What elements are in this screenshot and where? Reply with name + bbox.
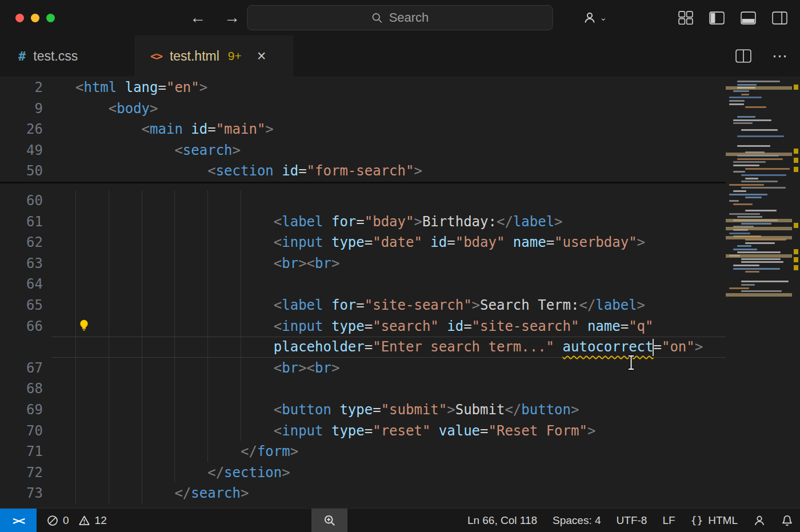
search-box[interactable]: Search [247, 5, 553, 30]
indentation-status[interactable]: Spaces: 4 [553, 514, 601, 527]
code-token: > [150, 101, 158, 117]
code-token: < [207, 163, 215, 179]
split-editor-icon[interactable] [735, 49, 751, 63]
code-line[interactable]: 62 <input type="date" id="bday" name="us… [0, 232, 726, 253]
remote-indicator[interactable]: >< [0, 509, 37, 532]
code-token [323, 318, 331, 334]
code-token: > [331, 360, 339, 376]
code-line[interactable]: 9 <body> [0, 98, 726, 119]
line-number[interactable]: 67 [0, 358, 51, 379]
code-token: > [414, 214, 422, 230]
notifications-bell-icon[interactable] [781, 514, 793, 527]
customize-layout-icon[interactable] [678, 11, 693, 25]
minimize-window-button[interactable] [31, 14, 39, 22]
code-line[interactable]: 66 <input type="search" id="site-search"… [0, 316, 726, 337]
code-token: type [331, 318, 365, 334]
code-line[interactable]: 2<html lang="en"> [0, 77, 726, 98]
minimap-line [745, 271, 759, 273]
overview-ruler-mark [794, 158, 798, 163]
accounts-menu[interactable]: ⌄ [583, 0, 607, 35]
more-actions-icon[interactable]: ⋯ [772, 47, 789, 65]
line-number[interactable]: 60 [0, 190, 51, 211]
overview-ruler-mark [794, 249, 798, 254]
line-number[interactable]: 2 [0, 77, 51, 98]
language-status[interactable]: {} HTML [691, 514, 738, 527]
cursor-position-status[interactable]: Ln 66, Col 118 [467, 514, 537, 527]
code-line[interactable]: 70 <input type="reset" value="Reset Form… [0, 421, 726, 442]
line-number[interactable]: 26 [0, 119, 51, 140]
code-token: = [356, 214, 364, 230]
code-token [75, 443, 241, 459]
code-token: > [637, 297, 645, 313]
toggle-sidebar-right-icon[interactable] [772, 11, 787, 25]
code-line[interactable]: 50 <section id="form-search"> [0, 161, 726, 182]
code-token: input [282, 423, 323, 439]
minimap-line [733, 268, 780, 270]
code-line[interactable]: 72 </section> [0, 462, 726, 483]
toggle-panel-bottom-icon[interactable] [741, 11, 756, 25]
code-line[interactable]: 61 <label for="bday">Birthday:</label> [0, 211, 726, 233]
line-number[interactable]: 61 [0, 211, 51, 233]
encoding-status[interactable]: UTF-8 [617, 514, 647, 527]
back-button[interactable]: ← [190, 9, 206, 27]
code-token: > [199, 79, 207, 95]
code-token: < [174, 142, 182, 158]
line-number[interactable]: 68 [0, 378, 51, 399]
close-tab-icon[interactable]: × [257, 49, 266, 64]
line-number[interactable]: 50 [0, 161, 51, 182]
editor[interactable]: 6061 <label for="bday">Birthday:</label>… [0, 77, 800, 508]
code-line[interactable]: 26 <main id="main"> [0, 119, 726, 140]
code-line[interactable]: 49 <search> [0, 140, 726, 161]
code-token [75, 163, 207, 179]
code-line[interactable]: 67 <br><br> [0, 358, 726, 379]
minimap-line [741, 281, 789, 282]
line-number[interactable]: 65 [0, 295, 51, 316]
code-token: "Enter search term..." [373, 339, 554, 355]
zoom-status-button[interactable] [311, 509, 347, 532]
close-window-button[interactable] [15, 14, 24, 22]
line-number[interactable] [0, 337, 51, 358]
code-token: label [513, 214, 554, 230]
line-content [51, 190, 726, 211]
line-content: <main id="main"> [51, 119, 726, 140]
line-number[interactable]: 63 [0, 253, 51, 274]
tab-test-css[interactable]: # test.css [0, 35, 135, 77]
zoom-window-button[interactable] [46, 14, 55, 22]
minimap-highlight [726, 236, 792, 239]
line-number[interactable]: 72 [0, 462, 51, 483]
lightbulb-icon[interactable] [78, 319, 90, 333]
line-number[interactable]: 49 [0, 140, 51, 161]
code-line[interactable]: 73 </search> [0, 483, 726, 504]
code-token: br [282, 360, 298, 376]
line-content [51, 378, 726, 399]
line-number[interactable]: 69 [0, 399, 51, 421]
line-number[interactable]: 64 [0, 274, 51, 295]
code-area[interactable]: 6061 <label for="bday">Birthday:</label>… [0, 190, 726, 504]
eol-status[interactable]: LF [662, 514, 675, 527]
line-number[interactable]: 9 [0, 98, 51, 119]
line-number[interactable]: 62 [0, 232, 51, 253]
forward-button[interactable]: → [224, 9, 240, 27]
minimap[interactable] [726, 77, 792, 508]
code-line[interactable]: 69 <button type="submit">Submit</button> [0, 399, 726, 421]
code-line-wrap[interactable]: placeholder="Enter search term..." autoc… [0, 337, 726, 358]
code-token [75, 485, 174, 501]
line-number[interactable]: 71 [0, 441, 51, 462]
code-line[interactable]: 60 [0, 190, 726, 211]
problems-status[interactable]: 0 12 [47, 514, 107, 527]
code-line[interactable]: 63 <br><br> [0, 253, 726, 274]
minimap-line [733, 161, 766, 163]
line-number[interactable]: 70 [0, 421, 51, 442]
sticky-scroll[interactable]: 2<html lang="en">9 <body>26 <main id="ma… [0, 77, 726, 183]
code-token: < [274, 255, 282, 271]
toggle-sidebar-left-icon[interactable] [709, 11, 725, 25]
code-line[interactable]: 68 [0, 378, 726, 399]
accounts-status-icon[interactable] [753, 514, 766, 527]
line-number[interactable]: 66 [0, 316, 51, 337]
code-line[interactable]: 71 </form> [0, 441, 726, 462]
code-token [422, 234, 430, 250]
code-line[interactable]: 65 <label for="site-search">Search Term:… [0, 295, 726, 316]
code-line[interactable]: 64 [0, 274, 726, 295]
tab-test-html[interactable]: <> test.html 9+ × [135, 35, 293, 77]
line-number[interactable]: 73 [0, 483, 51, 504]
